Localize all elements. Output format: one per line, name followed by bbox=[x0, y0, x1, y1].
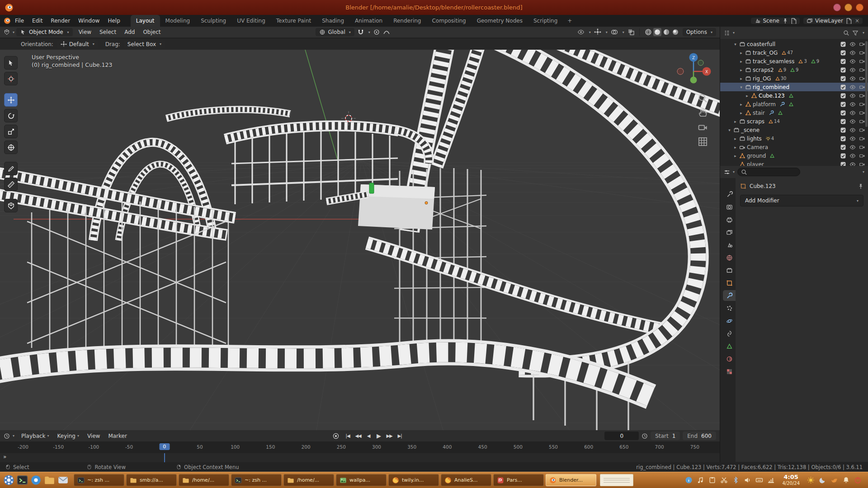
expand-arrow[interactable]: ▾ bbox=[733, 42, 738, 47]
menu-view[interactable]: View bbox=[83, 433, 104, 439]
axis-negative-y[interactable] bbox=[698, 60, 703, 66]
expand-arrow[interactable]: ▸ bbox=[739, 102, 744, 107]
volume-tray-icon[interactable] bbox=[744, 476, 751, 484]
taskbar-window-twily-in[interactable]: twily.in... bbox=[388, 474, 439, 486]
checkbox-toggle[interactable] bbox=[840, 41, 846, 47]
weather-sun-icon[interactable] bbox=[807, 476, 815, 484]
move-tool-button[interactable] bbox=[4, 93, 18, 107]
minimize-button[interactable] bbox=[844, 4, 852, 11]
prev-keyframe-button[interactable]: ◀◀ bbox=[354, 432, 363, 441]
add-modifier-button[interactable]: Add Modifier ▾ bbox=[740, 195, 863, 206]
properties-tab-object[interactable] bbox=[723, 277, 736, 288]
snap-magnet-icon[interactable] bbox=[357, 28, 364, 36]
menu-help[interactable]: Help bbox=[104, 15, 124, 27]
hide-in-viewport-toggle[interactable] bbox=[849, 50, 856, 56]
menu-marker[interactable]: Marker bbox=[104, 433, 131, 439]
hide-in-viewport-toggle[interactable] bbox=[849, 67, 856, 73]
playhead-line[interactable] bbox=[164, 453, 165, 463]
start-frame-field[interactable]: Start1 bbox=[651, 432, 680, 440]
wireframe-shading-icon[interactable] bbox=[644, 28, 652, 36]
expand-region-icon[interactable]: » bbox=[3, 454, 6, 460]
bluetooth-tray-icon[interactable] bbox=[732, 476, 740, 484]
scale-tool-button[interactable] bbox=[4, 125, 18, 138]
current-frame-field[interactable]: 0 bbox=[604, 432, 639, 440]
properties-tab-scene[interactable] bbox=[723, 239, 736, 250]
power-icon[interactable] bbox=[854, 476, 862, 484]
terminal-launcher-icon[interactable] bbox=[16, 474, 28, 486]
jump-to-start-button[interactable]: |◀ bbox=[343, 432, 352, 441]
tab-uv-editing[interactable]: UV Editing bbox=[231, 15, 271, 27]
disable-in-renders-toggle[interactable] bbox=[859, 118, 865, 125]
timeline-ruler[interactable]: -200-150-100-500501001502002503003504004… bbox=[0, 442, 720, 453]
files-launcher-icon[interactable] bbox=[43, 474, 56, 486]
checkbox-toggle[interactable] bbox=[840, 58, 846, 65]
properties-editor-type-button[interactable]: ▾ bbox=[724, 169, 735, 175]
taskbar-window-home[interactable]: /home/... bbox=[283, 474, 334, 486]
filter-icon[interactable] bbox=[852, 30, 859, 36]
outliner-row-scraps[interactable]: ▸scraps14 bbox=[720, 117, 868, 126]
clock[interactable]: 4:05 4/20/24 bbox=[782, 474, 800, 486]
falloff-icon[interactable] bbox=[383, 28, 390, 36]
properties-tab-material[interactable] bbox=[723, 353, 736, 364]
navigation-gizmo[interactable]: Z X bbox=[674, 52, 713, 91]
disable-in-renders-toggle[interactable] bbox=[859, 58, 865, 65]
outliner-row-cube-123[interactable]: ▸Cube.123 bbox=[720, 91, 868, 100]
checkbox-toggle[interactable] bbox=[840, 136, 846, 142]
transform-tool-button[interactable] bbox=[4, 141, 18, 154]
transform-orientation-dropdown[interactable]: Global▾ bbox=[316, 28, 354, 36]
xray-toggle-icon[interactable] bbox=[627, 28, 635, 36]
checkbox-toggle[interactable] bbox=[840, 50, 846, 56]
outliner-row-rig-combined[interactable]: ▾rig_combined bbox=[720, 83, 868, 91]
pin-icon[interactable] bbox=[782, 18, 788, 24]
taskbar-window-smb-a[interactable]: smb://a... bbox=[126, 474, 177, 486]
hide-in-viewport-toggle[interactable] bbox=[849, 161, 856, 166]
pan-hand-icon[interactable] bbox=[698, 108, 708, 118]
add-cube-tool-button[interactable] bbox=[4, 199, 18, 212]
tab-texture-paint[interactable]: Texture Paint bbox=[271, 15, 316, 27]
outliner-editor-type-button[interactable]: ▾ bbox=[724, 30, 735, 36]
properties-tab-data[interactable] bbox=[723, 341, 736, 352]
disable-in-renders-toggle[interactable] bbox=[859, 101, 865, 108]
expand-arrow[interactable]: ▸ bbox=[739, 76, 744, 81]
orientation-dropdown[interactable]: Default▾ bbox=[57, 40, 98, 48]
expand-arrow[interactable]: ▸ bbox=[733, 119, 738, 124]
hide-in-viewport-toggle[interactable] bbox=[849, 101, 856, 108]
keyboard-tray-icon[interactable] bbox=[755, 476, 763, 484]
select-box-tool-button[interactable] bbox=[4, 56, 18, 70]
new-scene-icon[interactable] bbox=[790, 18, 797, 24]
new-view-layer-icon[interactable] bbox=[845, 18, 852, 24]
hide-in-viewport-toggle[interactable] bbox=[849, 41, 856, 47]
taskbar-window-zsh[interactable]: ~: zsh ... bbox=[231, 474, 282, 486]
checkbox-toggle[interactable] bbox=[840, 75, 846, 82]
close-button[interactable] bbox=[856, 4, 863, 11]
expand-arrow[interactable]: ▾ bbox=[739, 85, 744, 89]
end-frame-field[interactable]: End600 bbox=[683, 432, 716, 440]
disable-in-renders-toggle[interactable] bbox=[859, 127, 865, 133]
rendered-shading-icon[interactable] bbox=[671, 28, 679, 36]
expand-arrow[interactable]: ▸ bbox=[745, 94, 750, 98]
axis-negative-x[interactable] bbox=[677, 68, 684, 75]
shade-button[interactable] bbox=[833, 4, 841, 11]
taskbar-window-pars[interactable]: Pars... bbox=[493, 474, 544, 486]
properties-tab-output[interactable] bbox=[723, 214, 736, 225]
outliner-row-stair[interactable]: ▸stair bbox=[720, 108, 868, 117]
checkbox-toggle[interactable] bbox=[840, 118, 846, 125]
axis-y[interactable] bbox=[690, 77, 697, 84]
zoom-icon[interactable] bbox=[698, 93, 708, 103]
taskbar-window-blender[interactable]: Blender... bbox=[546, 474, 596, 486]
checkbox-toggle[interactable] bbox=[840, 144, 846, 150]
taskbar-window-analies[interactable]: AnalieS... bbox=[441, 474, 491, 486]
properties-tab-world[interactable] bbox=[723, 252, 736, 263]
menu-edit[interactable]: Edit bbox=[28, 15, 47, 27]
measure-tool-button[interactable] bbox=[4, 178, 18, 191]
editor-type-button[interactable]: ▾ bbox=[4, 29, 14, 35]
outliner-row-lights[interactable]: ▸lights4 bbox=[720, 134, 868, 143]
camera-view-icon[interactable] bbox=[698, 122, 708, 132]
menu-playback[interactable]: Playback▾ bbox=[17, 433, 53, 439]
hide-in-viewport-toggle[interactable] bbox=[849, 153, 856, 159]
hide-in-viewport-toggle[interactable] bbox=[849, 136, 856, 142]
tab-scripting[interactable]: Scripting bbox=[528, 15, 563, 27]
checkbox-toggle[interactable] bbox=[840, 67, 846, 73]
play-reverse-button[interactable]: ◀ bbox=[364, 432, 373, 441]
properties-tab-texture[interactable] bbox=[723, 366, 736, 377]
